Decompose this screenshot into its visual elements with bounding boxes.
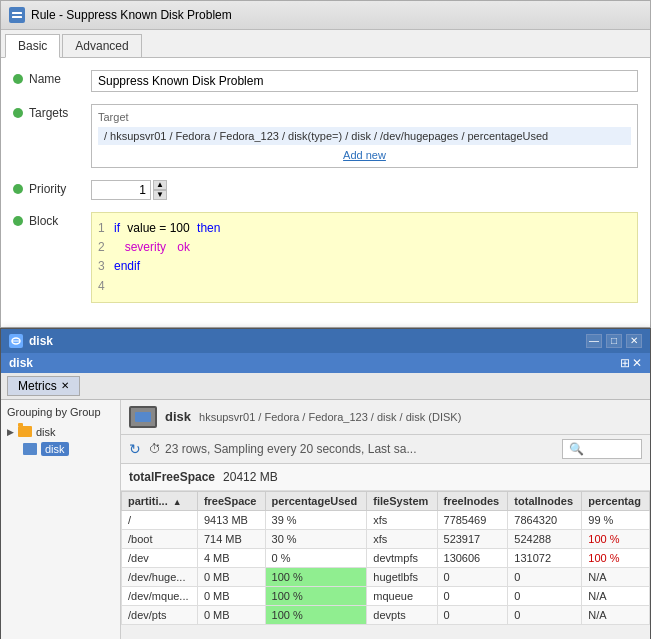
table-cell: /dev/pts xyxy=(122,605,198,624)
table-cell: / xyxy=(122,510,198,529)
block-label: Block xyxy=(29,214,58,228)
rule-content: Name Targets Target / hksupsvr01 / Fedor… xyxy=(1,58,650,327)
disk-title-left: disk xyxy=(9,334,53,348)
rule-tabs: Basic Advanced xyxy=(1,30,650,58)
col-percentage-used[interactable]: percentageUsed xyxy=(265,491,367,510)
disk-tree-item-label: disk xyxy=(41,442,69,456)
search-box[interactable]: 🔍 xyxy=(562,439,642,459)
disk-tree-folder[interactable]: ▶ disk xyxy=(7,424,114,440)
priority-up[interactable]: ▲ xyxy=(153,180,167,190)
clock-icon: ⏱ xyxy=(149,442,161,456)
col-percentag[interactable]: percentag xyxy=(582,491,650,510)
targets-field-area: Target / hksupsvr01 / Fedora / Fedora_12… xyxy=(91,104,638,168)
table-cell: 0 MB xyxy=(197,567,265,586)
name-input[interactable] xyxy=(91,70,638,92)
tab-advanced[interactable]: Advanced xyxy=(62,34,141,57)
disk-tabs-bar: Metrics ✕ xyxy=(1,373,650,400)
table-cell: /dev xyxy=(122,548,198,567)
disk-tree-item[interactable]: disk xyxy=(23,440,114,458)
table-cell: 100 % xyxy=(265,586,367,605)
name-field-area xyxy=(91,70,638,92)
disk-close-button[interactable]: ✕ xyxy=(626,334,642,348)
table-cell: 100 % xyxy=(582,548,650,567)
target-box: Target / hksupsvr01 / Fedora / Fedora_12… xyxy=(91,104,638,168)
disk-inner-x-icon[interactable]: ✕ xyxy=(632,356,642,370)
disk-inner-title: disk xyxy=(9,356,33,370)
total-value: 20412 MB xyxy=(223,470,278,484)
table-row[interactable]: /dev/huge...0 MB100 %hugetlbfs00N/A xyxy=(122,567,650,586)
block-line-4: 4 xyxy=(98,277,631,296)
col-totalinodes[interactable]: totalInodes xyxy=(508,491,582,510)
table-row[interactable]: /dev/mque...0 MB100 %mqueue00N/A xyxy=(122,586,650,605)
refresh-button[interactable]: ↻ xyxy=(129,441,141,457)
disk-outer-icon xyxy=(9,334,23,348)
table-cell: N/A xyxy=(582,605,650,624)
table-cell: N/A xyxy=(582,586,650,605)
add-new-link[interactable]: Add new xyxy=(98,149,631,161)
table-cell: 0 % xyxy=(265,548,367,567)
grouping-label: Grouping by Group xyxy=(7,406,114,418)
disk-outer-title: disk xyxy=(29,334,53,348)
disk-header-name: disk xyxy=(165,409,191,424)
name-row: Name xyxy=(13,70,638,92)
table-cell: devpts xyxy=(367,605,437,624)
priority-label-group: Priority xyxy=(13,180,83,196)
priority-row: Priority ▲ ▼ xyxy=(13,180,638,200)
table-cell: 9413 MB xyxy=(197,510,265,529)
table-row[interactable]: /9413 MB39 %xfs7785469786432099 % xyxy=(122,510,650,529)
sampling-text: 23 rows, Sampling every 20 seconds, Last… xyxy=(165,442,416,456)
priority-down[interactable]: ▼ xyxy=(153,190,167,200)
disk-maximize-button[interactable]: □ xyxy=(606,334,622,348)
name-label: Name xyxy=(29,72,61,86)
disk-minimize-button[interactable]: — xyxy=(586,334,602,348)
priority-label: Priority xyxy=(29,182,66,196)
name-label-group: Name xyxy=(13,70,83,86)
disk-tree-folder-label: disk xyxy=(36,426,56,438)
priority-spinner[interactable]: ▲ ▼ xyxy=(153,180,167,200)
table-body: /9413 MB39 %xfs7785469786432099 %/boot71… xyxy=(122,510,650,624)
table-cell: 100 % xyxy=(582,529,650,548)
disk-header-icon xyxy=(129,406,157,428)
block-label-group: Block xyxy=(13,212,83,228)
table-cell: 100 % xyxy=(265,605,367,624)
priority-input[interactable] xyxy=(91,180,151,200)
block-line-2: 2 severity ok xyxy=(98,238,631,257)
table-cell: 714 MB xyxy=(197,529,265,548)
col-partition[interactable]: partiti... ▲ xyxy=(122,491,198,510)
col-freeinodes[interactable]: freeInodes xyxy=(437,491,508,510)
target-header: Target xyxy=(98,111,631,123)
rule-title: Rule - Suppress Known Disk Problem xyxy=(31,8,232,22)
table-header-row: partiti... ▲ freeSpace percentageUsed fi… xyxy=(122,491,650,510)
name-status-dot xyxy=(13,74,23,84)
line-num-4: 4 xyxy=(98,277,110,296)
sampling-info: ⏱ 23 rows, Sampling every 20 seconds, La… xyxy=(149,442,416,456)
disk-header: disk hksupsvr01 / Fedora / Fedora_123 / … xyxy=(121,400,650,435)
svg-rect-1 xyxy=(12,16,22,18)
line-num-3: 3 xyxy=(98,257,110,276)
total-label: totalFreeSpace xyxy=(129,470,215,484)
table-cell: 0 xyxy=(508,605,582,624)
disk-toolbar: ↻ ⏱ 23 rows, Sampling every 20 seconds, … xyxy=(121,435,650,464)
table-cell: 523917 xyxy=(437,529,508,548)
table-row[interactable]: /dev/pts0 MB100 %devpts00N/A xyxy=(122,605,650,624)
disk-win-buttons: — □ ✕ xyxy=(586,334,642,348)
col-freespace[interactable]: freeSpace xyxy=(197,491,265,510)
priority-field-area: ▲ ▼ xyxy=(91,180,638,200)
table-cell: 524288 xyxy=(508,529,582,548)
col-filesystem[interactable]: fileSystem xyxy=(367,491,437,510)
rule-icon xyxy=(9,7,25,23)
disk-svg-icon xyxy=(11,336,21,346)
table-cell: 7785469 xyxy=(437,510,508,529)
tab-basic[interactable]: Basic xyxy=(5,34,60,58)
disk-outer-titlebar: disk — □ ✕ xyxy=(1,329,650,353)
table-cell: xfs xyxy=(367,510,437,529)
disk-inner-close[interactable]: ⊞ ✕ xyxy=(620,356,642,370)
folder-icon xyxy=(18,426,32,437)
block-editor[interactable]: 1 if value = 100 then 2 severity ok 3 en… xyxy=(91,212,638,303)
table-row[interactable]: /dev4 MB0 %devtmpfs130606131072100 % xyxy=(122,548,650,567)
tab-metrics-close[interactable]: ✕ xyxy=(61,380,69,391)
table-cell: 0 xyxy=(437,586,508,605)
table-row[interactable]: /boot714 MB30 %xfs523917524288100 % xyxy=(122,529,650,548)
table-cell: devtmpfs xyxy=(367,548,437,567)
tab-metrics[interactable]: Metrics ✕ xyxy=(7,376,80,396)
